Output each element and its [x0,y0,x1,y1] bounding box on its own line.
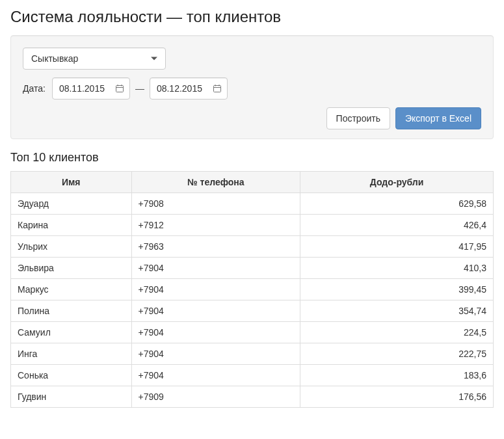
build-button[interactable]: Построить [326,107,390,129]
date-range-separator: — [135,83,144,94]
cell-points: 417,95 [300,236,494,258]
table-row: Ульрих+7963417,95 [11,236,494,258]
city-select[interactable]: Сыктывкар [23,47,166,70]
cell-phone: +7963 [131,236,300,258]
cell-points: 183,6 [300,365,494,386]
table-row: Эдуард+7908629,58 [11,193,494,215]
cell-name: Эдуард [11,193,132,215]
cell-name: Маркус [11,279,132,300]
svg-rect-4 [213,86,220,92]
col-header-points: Додо-рубли [300,172,494,193]
table-title: Топ 10 клиентов [10,151,494,165]
export-excel-button[interactable]: Экспорт в Excel [395,107,481,129]
cell-phone: +7904 [131,258,300,279]
cell-name: Ульрих [11,236,132,258]
cell-points: 354,74 [300,300,494,322]
filters-panel: Сыктывкар Дата: 08.11.2015 — 08.12.2015 [10,35,494,139]
cell-phone: +7908 [131,193,300,215]
table-row: Сонька+7904183,6 [11,365,494,386]
cell-points: 410,3 [300,258,494,279]
svg-rect-0 [116,86,123,92]
calendar-icon [115,84,124,93]
page-title: Система лояльности — топ клиентов [10,8,494,26]
date-from-input[interactable]: 08.11.2015 [52,77,130,100]
table-row: Маркус+7904399,45 [11,279,494,300]
cell-points: 224,5 [300,322,494,343]
cell-points: 426,4 [300,215,494,236]
calendar-icon [213,84,222,93]
date-to-input[interactable]: 08.12.2015 [150,77,228,100]
cell-phone: +7904 [131,279,300,300]
cell-name: Эльвира [11,258,132,279]
cell-phone: +7904 [131,365,300,386]
cell-phone: +7909 [131,386,300,408]
cell-name: Самуил [11,322,132,343]
table-row: Полина+7904354,74 [11,300,494,322]
cell-points: 176,56 [300,386,494,408]
cell-name: Гудвин [11,386,132,408]
cell-phone: +7904 [131,343,300,365]
cell-name: Полина [11,300,132,322]
cell-points: 222,75 [300,343,494,365]
cell-name: Сонька [11,365,132,386]
cell-points: 629,58 [300,193,494,215]
cell-phone: +7904 [131,300,300,322]
date-to-value: 08.12.2015 [157,83,202,94]
table-row: Инга+7904222,75 [11,343,494,365]
table-row: Карина+7912426,4 [11,215,494,236]
clients-table: Имя № телефона Додо-рубли Эдуард+7908629… [10,171,494,408]
table-row: Эльвира+7904410,3 [11,258,494,279]
date-from-value: 08.11.2015 [59,83,105,94]
cell-points: 399,45 [300,279,494,300]
cell-phone: +7912 [131,215,300,236]
cell-name: Инга [11,343,132,365]
cell-phone: +7904 [131,322,300,343]
chevron-down-icon [151,57,157,60]
col-header-name: Имя [11,172,132,193]
city-select-value: Сыктывкар [31,53,78,64]
cell-name: Карина [11,215,132,236]
col-header-phone: № телефона [131,172,300,193]
table-row: Самуил+7904224,5 [11,322,494,343]
table-row: Гудвин+7909176,56 [11,386,494,408]
date-label: Дата: [23,83,46,94]
